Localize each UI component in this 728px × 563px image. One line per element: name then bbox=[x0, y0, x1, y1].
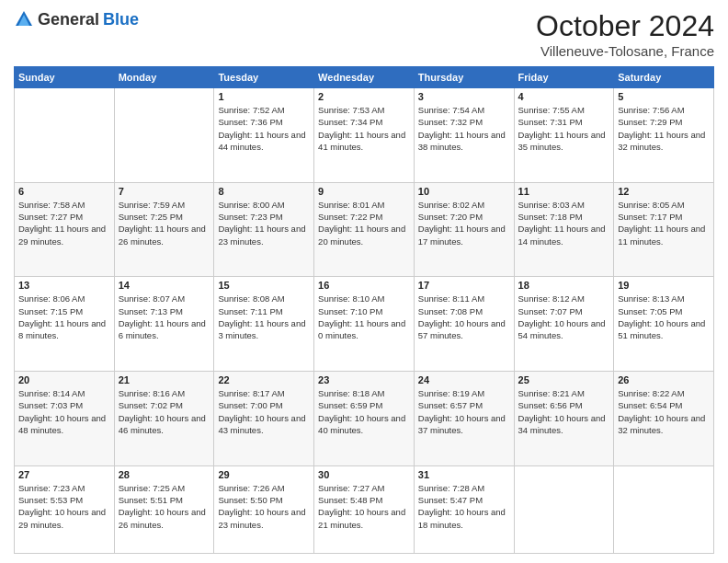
logo: GeneralBlue bbox=[14, 9, 139, 29]
day-info: Sunrise: 7:28 AM Sunset: 5:47 PM Dayligh… bbox=[418, 482, 510, 531]
table-row: 5Sunrise: 7:56 AM Sunset: 7:29 PM Daylig… bbox=[614, 88, 714, 183]
day-info: Sunrise: 8:01 AM Sunset: 7:22 PM Dayligh… bbox=[318, 199, 410, 247]
table-row: 9Sunrise: 8:01 AM Sunset: 7:22 PM Daylig… bbox=[314, 182, 415, 277]
table-row: 16Sunrise: 8:10 AM Sunset: 7:10 PM Dayli… bbox=[314, 277, 415, 372]
day-info: Sunrise: 8:03 AM Sunset: 7:18 PM Dayligh… bbox=[518, 199, 610, 247]
table-row: 29Sunrise: 7:26 AM Sunset: 5:50 PM Dayli… bbox=[214, 465, 314, 553]
table-row bbox=[614, 465, 714, 553]
table-row bbox=[514, 465, 614, 553]
table-row: 25Sunrise: 8:21 AM Sunset: 6:56 PM Dayli… bbox=[514, 372, 614, 466]
table-row bbox=[15, 88, 115, 183]
day-number: 19 bbox=[618, 280, 710, 291]
header-saturday: Saturday bbox=[614, 67, 714, 88]
table-row: 24Sunrise: 8:19 AM Sunset: 6:57 PM Dayli… bbox=[414, 372, 514, 466]
header-friday: Friday bbox=[514, 67, 614, 88]
day-number: 17 bbox=[418, 280, 510, 291]
header: GeneralBlue October 2024 Villeneuve-Tolo… bbox=[14, 9, 714, 59]
logo-text-general: General bbox=[38, 10, 99, 29]
day-info: Sunrise: 8:06 AM Sunset: 7:15 PM Dayligh… bbox=[18, 293, 110, 341]
day-info: Sunrise: 7:58 AM Sunset: 7:27 PM Dayligh… bbox=[18, 199, 110, 247]
day-info: Sunrise: 8:14 AM Sunset: 7:03 PM Dayligh… bbox=[18, 387, 110, 436]
day-number: 20 bbox=[18, 374, 110, 385]
table-row: 19Sunrise: 8:13 AM Sunset: 7:05 PM Dayli… bbox=[614, 277, 714, 372]
table-row: 20Sunrise: 8:14 AM Sunset: 7:03 PM Dayli… bbox=[15, 372, 115, 466]
day-info: Sunrise: 7:25 AM Sunset: 5:51 PM Dayligh… bbox=[119, 482, 210, 531]
table-row: 1Sunrise: 7:52 AM Sunset: 7:36 PM Daylig… bbox=[214, 88, 314, 183]
table-row: 2Sunrise: 7:53 AM Sunset: 7:34 PM Daylig… bbox=[314, 88, 415, 183]
day-number: 6 bbox=[18, 186, 110, 197]
day-info: Sunrise: 7:56 AM Sunset: 7:29 PM Dayligh… bbox=[618, 104, 710, 153]
day-info: Sunrise: 8:18 AM Sunset: 6:59 PM Dayligh… bbox=[318, 387, 410, 436]
day-number: 3 bbox=[418, 91, 510, 102]
table-row: 26Sunrise: 8:22 AM Sunset: 6:54 PM Dayli… bbox=[614, 372, 714, 466]
day-info: Sunrise: 7:59 AM Sunset: 7:25 PM Dayligh… bbox=[119, 199, 210, 247]
day-info: Sunrise: 8:00 AM Sunset: 7:23 PM Dayligh… bbox=[218, 199, 310, 247]
day-number: 30 bbox=[318, 469, 410, 480]
table-row: 17Sunrise: 8:11 AM Sunset: 7:08 PM Dayli… bbox=[414, 277, 514, 372]
day-info: Sunrise: 7:55 AM Sunset: 7:31 PM Dayligh… bbox=[518, 104, 610, 153]
day-info: Sunrise: 7:27 AM Sunset: 5:48 PM Dayligh… bbox=[318, 482, 410, 531]
day-info: Sunrise: 8:10 AM Sunset: 7:10 PM Dayligh… bbox=[318, 293, 410, 341]
day-info: Sunrise: 8:22 AM Sunset: 6:54 PM Dayligh… bbox=[618, 387, 710, 436]
table-row: 31Sunrise: 7:28 AM Sunset: 5:47 PM Dayli… bbox=[414, 465, 514, 553]
day-info: Sunrise: 8:07 AM Sunset: 7:13 PM Dayligh… bbox=[119, 293, 210, 341]
day-number: 13 bbox=[18, 280, 110, 291]
day-number: 5 bbox=[618, 91, 710, 102]
calendar-header-row: Sunday Monday Tuesday Wednesday Thursday… bbox=[15, 67, 714, 88]
day-number: 27 bbox=[18, 469, 110, 480]
day-number: 24 bbox=[418, 374, 510, 385]
day-number: 31 bbox=[418, 469, 510, 480]
day-number: 22 bbox=[218, 374, 310, 385]
day-number: 15 bbox=[218, 280, 310, 291]
day-info: Sunrise: 8:11 AM Sunset: 7:08 PM Dayligh… bbox=[418, 293, 510, 341]
day-number: 16 bbox=[318, 280, 410, 291]
logo-text-blue: Blue bbox=[103, 10, 139, 29]
day-info: Sunrise: 8:16 AM Sunset: 7:02 PM Dayligh… bbox=[119, 387, 210, 436]
header-monday: Monday bbox=[114, 67, 214, 88]
table-row: 12Sunrise: 8:05 AM Sunset: 7:17 PM Dayli… bbox=[614, 182, 714, 277]
day-number: 7 bbox=[119, 186, 210, 197]
day-number: 9 bbox=[318, 186, 410, 197]
table-row: 15Sunrise: 8:08 AM Sunset: 7:11 PM Dayli… bbox=[214, 277, 314, 372]
table-row: 6Sunrise: 7:58 AM Sunset: 7:27 PM Daylig… bbox=[15, 182, 115, 277]
day-info: Sunrise: 8:19 AM Sunset: 6:57 PM Dayligh… bbox=[418, 387, 510, 436]
day-number: 18 bbox=[518, 280, 610, 291]
day-info: Sunrise: 8:08 AM Sunset: 7:11 PM Dayligh… bbox=[218, 293, 310, 341]
table-row: 22Sunrise: 8:17 AM Sunset: 7:00 PM Dayli… bbox=[214, 372, 314, 466]
title-area: October 2024 Villeneuve-Tolosane, France bbox=[536, 9, 714, 59]
day-info: Sunrise: 7:52 AM Sunset: 7:36 PM Dayligh… bbox=[218, 104, 310, 153]
day-number: 26 bbox=[618, 374, 710, 385]
day-number: 28 bbox=[119, 469, 210, 480]
table-row: 7Sunrise: 7:59 AM Sunset: 7:25 PM Daylig… bbox=[114, 182, 214, 277]
day-number: 8 bbox=[218, 186, 310, 197]
table-row: 23Sunrise: 8:18 AM Sunset: 6:59 PM Dayli… bbox=[314, 372, 415, 466]
table-row: 10Sunrise: 8:02 AM Sunset: 7:20 PM Dayli… bbox=[414, 182, 514, 277]
day-info: Sunrise: 8:13 AM Sunset: 7:05 PM Dayligh… bbox=[618, 293, 710, 341]
month-title: October 2024 bbox=[536, 9, 714, 43]
logo-icon bbox=[14, 9, 34, 29]
calendar-table: Sunday Monday Tuesday Wednesday Thursday… bbox=[14, 66, 714, 554]
table-row: 21Sunrise: 8:16 AM Sunset: 7:02 PM Dayli… bbox=[114, 372, 214, 466]
day-info: Sunrise: 8:12 AM Sunset: 7:07 PM Dayligh… bbox=[518, 293, 610, 341]
table-row: 13Sunrise: 8:06 AM Sunset: 7:15 PM Dayli… bbox=[15, 277, 115, 372]
table-row: 30Sunrise: 7:27 AM Sunset: 5:48 PM Dayli… bbox=[314, 465, 415, 553]
day-number: 29 bbox=[218, 469, 310, 480]
day-number: 12 bbox=[618, 186, 710, 197]
table-row: 28Sunrise: 7:25 AM Sunset: 5:51 PM Dayli… bbox=[114, 465, 214, 553]
table-row: 18Sunrise: 8:12 AM Sunset: 7:07 PM Dayli… bbox=[514, 277, 614, 372]
day-number: 2 bbox=[318, 91, 410, 102]
day-number: 11 bbox=[518, 186, 610, 197]
table-row: 8Sunrise: 8:00 AM Sunset: 7:23 PM Daylig… bbox=[214, 182, 314, 277]
header-wednesday: Wednesday bbox=[314, 67, 415, 88]
day-info: Sunrise: 7:23 AM Sunset: 5:53 PM Dayligh… bbox=[18, 482, 110, 531]
day-number: 1 bbox=[218, 91, 310, 102]
table-row: 14Sunrise: 8:07 AM Sunset: 7:13 PM Dayli… bbox=[114, 277, 214, 372]
day-number: 14 bbox=[119, 280, 210, 291]
header-thursday: Thursday bbox=[414, 67, 514, 88]
day-info: Sunrise: 8:21 AM Sunset: 6:56 PM Dayligh… bbox=[518, 387, 610, 436]
day-number: 4 bbox=[518, 91, 610, 102]
header-sunday: Sunday bbox=[15, 67, 115, 88]
page: GeneralBlue October 2024 Villeneuve-Tolo… bbox=[0, 0, 728, 563]
header-tuesday: Tuesday bbox=[214, 67, 314, 88]
location-title: Villeneuve-Tolosane, France bbox=[536, 43, 714, 59]
